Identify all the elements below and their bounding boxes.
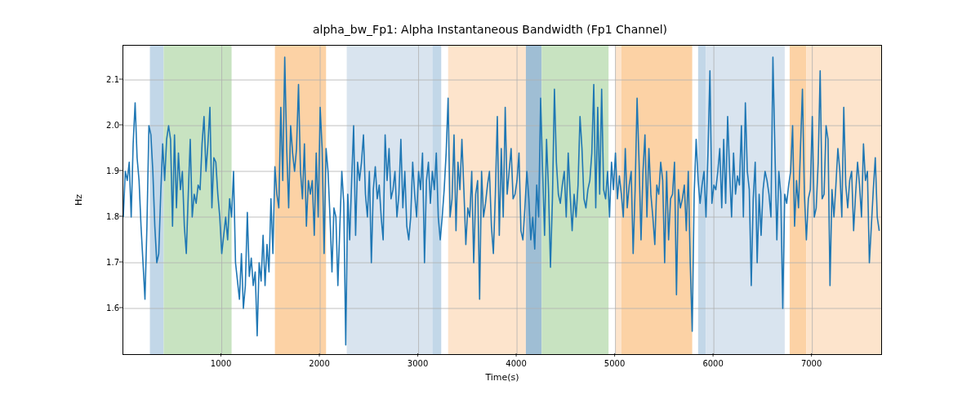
chart-title: alpha_bw_Fp1: Alpha Instantaneous Bandwi…: [0, 23, 980, 36]
y-tick-label: 2.0: [87, 121, 119, 130]
y-tick-label: 1.8: [87, 212, 119, 221]
band: [432, 46, 441, 354]
x-tick-label: 4000: [506, 359, 526, 368]
band: [163, 46, 231, 354]
x-tick-label: 2000: [309, 359, 329, 368]
y-tick-label: 1.7: [87, 258, 119, 267]
plot-svg: [123, 46, 881, 354]
x-tick-label: 6000: [702, 359, 723, 368]
chart-axes: [122, 45, 882, 355]
y-tick-label: 1.9: [87, 166, 119, 175]
band: [448, 46, 526, 354]
band: [150, 46, 164, 354]
y-tick-label: 2.1: [87, 75, 119, 84]
x-tick-label: 3000: [408, 359, 428, 368]
x-axis-label: Time(s): [485, 372, 519, 383]
x-tick-label: 5000: [604, 359, 625, 368]
y-axis-label: Hz: [74, 194, 84, 206]
band: [347, 46, 433, 354]
y-tick-label: 1.6: [87, 304, 119, 313]
x-tick-label: 1000: [211, 359, 231, 368]
figure: alpha_bw_Fp1: Alpha Instantaneous Bandwi…: [0, 0, 980, 408]
x-tick-label: 7000: [801, 359, 822, 368]
band: [806, 46, 881, 354]
band: [616, 46, 621, 354]
